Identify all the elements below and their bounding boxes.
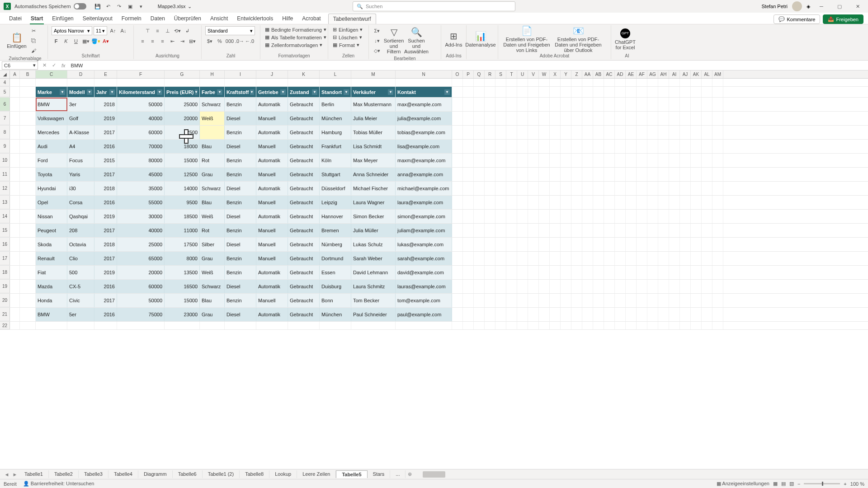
align-bottom-icon[interactable]: ⊥ [163, 26, 172, 35]
sheet-tab[interactable]: Diagramm [138, 470, 173, 478]
cell[interactable]: 60000 [117, 126, 165, 139]
cell[interactable]: 2018 [94, 238, 117, 251]
cell[interactable]: Jahr▾ [94, 87, 117, 97]
cell[interactable] [495, 252, 506, 265]
cell[interactable] [200, 79, 225, 86]
filter-dropdown-icon[interactable]: ▾ [388, 89, 393, 95]
save-icon[interactable]: 💾 [94, 2, 102, 10]
cell[interactable] [550, 140, 561, 153]
cell[interactable]: CX-5 [67, 280, 94, 293]
cell[interactable] [571, 98, 582, 111]
cell[interactable] [528, 182, 539, 195]
cell[interactable] [463, 182, 474, 195]
cell[interactable] [506, 140, 517, 153]
col-header-G[interactable]: G [165, 70, 200, 78]
cell[interactable] [485, 266, 495, 279]
cell[interactable]: 2016 [94, 140, 117, 153]
cell[interactable] [593, 154, 604, 167]
col-header-R[interactable]: R [485, 70, 495, 78]
cell[interactable]: Nürnberg [320, 238, 351, 251]
cell[interactable] [680, 322, 691, 329]
cell[interactable]: 5er [67, 308, 94, 321]
cell[interactable] [593, 112, 604, 125]
cell[interactable] [593, 210, 604, 223]
cell[interactable] [10, 182, 20, 195]
cell[interactable] [528, 154, 539, 167]
cell[interactable] [593, 294, 604, 307]
cell[interactable] [517, 196, 528, 209]
sheet-tab[interactable]: Tabelle6 [173, 470, 203, 478]
cell[interactable]: Gebraucht [288, 308, 320, 321]
cell[interactable]: Gebraucht [288, 252, 320, 265]
cell[interactable] [517, 112, 528, 125]
cell[interactable]: 2016 [94, 308, 117, 321]
cell[interactable]: Paul Schneider [351, 308, 396, 321]
cell[interactable] [680, 210, 691, 223]
cell[interactable] [528, 112, 539, 125]
cell[interactable] [712, 210, 723, 223]
row-header[interactable]: 7 [0, 112, 10, 125]
cell[interactable] [495, 224, 506, 237]
cell[interactable] [20, 224, 36, 237]
underline-icon[interactable]: U [71, 37, 80, 46]
cell[interactable] [615, 154, 626, 167]
cell[interactable] [604, 224, 615, 237]
cell[interactable]: tobias@example.com [396, 126, 452, 139]
cell[interactable] [20, 322, 36, 329]
cell[interactable] [582, 294, 593, 307]
cell[interactable] [691, 322, 702, 329]
cell[interactable] [20, 154, 36, 167]
cell[interactable]: Weiß [200, 112, 225, 125]
cell[interactable] [637, 126, 647, 139]
sheet-prev-icon[interactable]: ◄ [3, 472, 11, 477]
cell[interactable]: 2018 [94, 98, 117, 111]
cell[interactable] [485, 79, 495, 86]
cell[interactable]: Automatik [256, 308, 288, 321]
cell[interactable] [10, 308, 20, 321]
acrobat-link-button[interactable]: 📄Erstellen von PDF-Daten und Freigeben v… [502, 27, 552, 52]
cell[interactable] [517, 252, 528, 265]
col-header-Y[interactable]: Y [561, 70, 571, 78]
cell[interactable] [593, 87, 604, 97]
copy-icon[interactable]: ⿻ [29, 36, 38, 45]
cell[interactable] [474, 112, 485, 125]
cell[interactable]: Blau [200, 294, 225, 307]
cell[interactable] [561, 126, 571, 139]
cell[interactable] [539, 182, 550, 195]
cell[interactable] [582, 322, 593, 329]
col-header-AI[interactable]: AI [669, 70, 680, 78]
cell[interactable]: 20000 [117, 266, 165, 279]
tab-hilfe[interactable]: Hilfe [278, 14, 297, 24]
cell[interactable] [680, 266, 691, 279]
cell[interactable] [626, 294, 637, 307]
cell[interactable] [712, 98, 723, 111]
cell[interactable] [680, 79, 691, 86]
cell[interactable] [539, 126, 550, 139]
cell[interactable] [506, 79, 517, 86]
cell[interactable] [658, 126, 669, 139]
cell[interactable]: Schwarz [200, 98, 225, 111]
cell[interactable] [20, 168, 36, 181]
cell[interactable] [10, 224, 20, 237]
tab-acrobat[interactable]: Acrobat [297, 14, 325, 24]
cell[interactable] [550, 87, 561, 97]
cell[interactable] [571, 252, 582, 265]
cell[interactable] [712, 322, 723, 329]
cell[interactable]: BMW [36, 308, 67, 321]
cell[interactable] [452, 154, 463, 167]
cell[interactable] [604, 196, 615, 209]
col-header-F[interactable]: F [117, 70, 165, 78]
cell[interactable]: simon@example.com [396, 210, 452, 223]
col-header-Z[interactable]: Z [571, 70, 582, 78]
cell[interactable] [702, 112, 712, 125]
cell[interactable]: Julia Müller [351, 224, 396, 237]
cell[interactable]: Grau [200, 168, 225, 181]
cell[interactable] [495, 280, 506, 293]
cell[interactable] [506, 294, 517, 307]
cell[interactable]: Benzin [225, 168, 256, 181]
sheet-tab[interactable]: Tabelle3 [79, 470, 108, 478]
cell[interactable] [637, 98, 647, 111]
cell[interactable]: Kilometerstand▾ [117, 87, 165, 97]
cell[interactable] [517, 98, 528, 111]
cell[interactable] [485, 224, 495, 237]
